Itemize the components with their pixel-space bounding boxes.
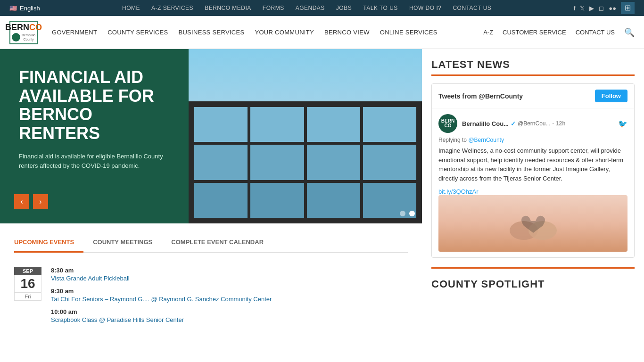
nav-bernco-view[interactable]: BERNCO VIEW bbox=[324, 29, 370, 36]
hero-dot-2[interactable] bbox=[409, 211, 415, 216]
logo-circle bbox=[12, 33, 20, 41]
topnav-howdo[interactable]: HOW DO I? bbox=[409, 5, 442, 11]
sidebar: LATEST NEWS Tweets from @BernCounty Foll… bbox=[422, 49, 644, 267]
nav-az[interactable]: A-Z bbox=[483, 29, 493, 36]
topnav-az[interactable]: A-Z SERVICES bbox=[151, 5, 193, 11]
date-weekday: Fri bbox=[14, 293, 41, 301]
latest-news-title: LATEST NEWS bbox=[431, 58, 635, 76]
events-tabs: UPCOMING EVENTS COUNTY MEETINGS COMPLETE… bbox=[14, 233, 408, 253]
event-name-3[interactable]: Scrapbook Class @ Paradise Hills Senior … bbox=[51, 316, 408, 323]
page-content: FINANCIAL AID AVAILABLE FOR BERNCO RENTE… bbox=[0, 49, 644, 344]
twitter-bird-icon: 🐦 bbox=[618, 119, 627, 128]
tweet-image bbox=[438, 195, 627, 252]
hero-dots bbox=[400, 211, 415, 216]
tweet-header: Tweets from @BernCounty Follow bbox=[432, 84, 634, 108]
tab-upcoming-events[interactable]: UPCOMING EVENTS bbox=[14, 233, 83, 253]
nav-government[interactable]: GOVERNMENT bbox=[52, 29, 97, 36]
nav-business-services[interactable]: BUSINESS SERVICES bbox=[178, 29, 244, 36]
hero-dot-1[interactable] bbox=[400, 211, 405, 216]
tweet-avatar: BERNCO bbox=[438, 114, 457, 133]
logo-sub: BernalilloCounty bbox=[22, 33, 35, 41]
hero-description: Financial aid is available for eligible … bbox=[19, 152, 174, 170]
event-item-1: 8:30 am Vista Grande Adult Pickleball bbox=[51, 267, 408, 282]
event-items: 8:30 am Vista Grande Adult Pickleball 9:… bbox=[51, 267, 408, 329]
tweet-time: 12h bbox=[556, 120, 566, 127]
reply-handle[interactable]: @BernCounty bbox=[468, 137, 504, 143]
reply-row: Replying to @BernCounty bbox=[438, 137, 627, 143]
flickr-icon[interactable]: ●● bbox=[609, 5, 616, 12]
tweet-dot: · bbox=[553, 120, 554, 127]
topnav-media[interactable]: BERNCO MEDIA bbox=[205, 5, 251, 11]
heart-hands-svg bbox=[505, 205, 561, 242]
tweet-content: BERNCO Bernalillo Cou... ✓ @BernCou... ·… bbox=[432, 108, 634, 257]
avatar-text: BERNCO bbox=[441, 119, 454, 128]
tweet-box: Tweets from @BernCounty Follow BERNCO Be… bbox=[431, 83, 635, 258]
tweet-user-name: Bernalillo Cou... ✓ @BernCou... · 12h bbox=[462, 120, 613, 127]
follow-button[interactable]: Follow bbox=[595, 90, 627, 102]
social-links: f 𝕏 ▶ ◻ ●● ⊞ bbox=[574, 2, 635, 14]
nav-online-services[interactable]: ONLINE SERVICES bbox=[380, 29, 438, 36]
event-time-2: 9:30 am bbox=[51, 288, 408, 295]
logo-bern: BERN bbox=[5, 23, 29, 32]
flag-icon: 🇺🇸 bbox=[9, 5, 17, 12]
topnav-forms[interactable]: FORMS bbox=[263, 5, 284, 11]
hero-prev-button[interactable]: ‹ bbox=[14, 194, 29, 209]
nav-county-services[interactable]: COUNTY SERVICES bbox=[107, 29, 168, 36]
top-nav: HOME A-Z SERVICES BERNCO MEDIA FORMS AGE… bbox=[122, 5, 491, 11]
main-nav: BERN CO BernalilloCounty GOVERNMENT COUN… bbox=[0, 16, 644, 49]
nav-your-community[interactable]: YOUR COMMUNITY bbox=[255, 29, 314, 36]
topnav-agendas[interactable]: AGENDAS bbox=[296, 5, 325, 11]
logo[interactable]: BERN CO BernalilloCounty bbox=[9, 21, 38, 44]
county-spotlight: COUNTY SPOTLIGHT bbox=[422, 267, 644, 290]
language-selector[interactable]: 🇺🇸 English bbox=[9, 5, 40, 12]
tweet-from-label: Tweets from @BernCounty bbox=[438, 92, 523, 100]
hands-visual bbox=[438, 195, 627, 252]
event-item-3: 10:00 am Scrapbook Class @ Paradise Hill… bbox=[51, 308, 408, 323]
verified-icon: ✓ bbox=[511, 120, 516, 127]
main-nav-links: GOVERNMENT COUNTY SERVICES BUSINESS SERV… bbox=[52, 29, 483, 36]
reply-prefix: Replying to bbox=[438, 137, 467, 143]
nav-customer-service[interactable]: CUSTOMER SERVICE bbox=[503, 29, 566, 36]
youtube-icon[interactable]: ▶ bbox=[589, 5, 594, 12]
event-name-2[interactable]: Tai Chi For Seniors – Raymond G.... @ Ra… bbox=[51, 296, 408, 303]
date-month: SEP bbox=[14, 267, 41, 275]
twitter-icon[interactable]: 𝕏 bbox=[580, 5, 585, 12]
tab-complete-calendar[interactable]: COMPLETE EVENT CALENDAR bbox=[171, 233, 273, 253]
hero-title: FINANCIAL AID AVAILABLE FOR BERNCO RENTE… bbox=[19, 68, 174, 142]
topnav-jobs[interactable]: JOBS bbox=[336, 5, 352, 11]
logo-co: CO bbox=[29, 23, 42, 32]
tab-county-meetings[interactable]: COUNTY MEETINGS bbox=[93, 233, 162, 253]
gov-button[interactable]: ⊞ bbox=[621, 2, 635, 14]
left-column: FINANCIAL AID AVAILABLE FOR BERNCO RENTE… bbox=[0, 49, 422, 344]
event-name-1[interactable]: Vista Grande Adult Pickleball bbox=[51, 275, 408, 282]
topnav-home[interactable]: HOME bbox=[122, 5, 140, 11]
date-badge: SEP 16 Fri bbox=[14, 267, 41, 301]
hero-nav-buttons: ‹ › bbox=[14, 194, 48, 209]
language-label: English bbox=[20, 5, 40, 12]
events-section: UPCOMING EVENTS COUNTY MEETINGS COMPLETE… bbox=[0, 223, 422, 344]
event-list: SEP 16 Fri 8:30 am Vista Grande Adult Pi… bbox=[14, 262, 408, 334]
instagram-icon[interactable]: ◻ bbox=[599, 5, 604, 12]
tweet-user-info: Bernalillo Cou... ✓ @BernCou... · 12h bbox=[462, 120, 613, 127]
top-bar: 🇺🇸 English HOME A-Z SERVICES BERNCO MEDI… bbox=[0, 0, 644, 16]
tweet-handle: @BernCou... bbox=[518, 120, 551, 127]
tweet-user-row: BERNCO Bernalillo Cou... ✓ @BernCou... ·… bbox=[438, 114, 627, 133]
right-column: LATEST NEWS Tweets from @BernCounty Foll… bbox=[422, 49, 644, 344]
search-button[interactable]: 🔍 bbox=[624, 27, 635, 38]
hero-section: FINANCIAL AID AVAILABLE FOR BERNCO RENTE… bbox=[0, 49, 422, 223]
hero-next-button[interactable]: › bbox=[33, 194, 48, 209]
topnav-talk[interactable]: TALK TO US bbox=[363, 5, 398, 11]
tweet-body: Imagine Wellness, a no-cost community su… bbox=[438, 146, 627, 183]
event-day-group: SEP 16 Fri 8:30 am Vista Grande Adult Pi… bbox=[14, 262, 408, 334]
nav-contact-us[interactable]: CONTACT US bbox=[576, 29, 615, 36]
tweet-link[interactable]: bit.ly/3QOhzAr bbox=[438, 188, 479, 195]
spotlight-title: COUNTY SPOTLIGHT bbox=[431, 267, 635, 290]
event-time-1: 8:30 am bbox=[51, 267, 408, 274]
date-day: 16 bbox=[14, 275, 41, 293]
hero-image bbox=[189, 49, 422, 223]
event-time-3: 10:00 am bbox=[51, 308, 408, 315]
topnav-contact[interactable]: CONTACT US bbox=[453, 5, 491, 11]
event-item-2: 9:30 am Tai Chi For Seniors – Raymond G.… bbox=[51, 288, 408, 303]
facebook-icon[interactable]: f bbox=[574, 5, 576, 12]
main-nav-right: A-Z CUSTOMER SERVICE CONTACT US 🔍 bbox=[483, 27, 635, 38]
